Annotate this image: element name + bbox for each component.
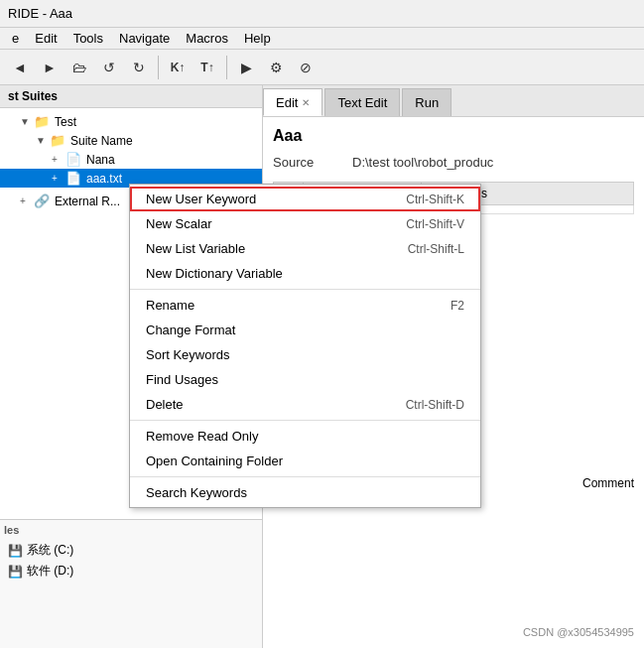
panel-header: st Suites — [0, 85, 262, 108]
tree-item-test[interactable]: ▼ 📁 Test — [0, 112, 262, 131]
toolbar-sep1 — [158, 56, 159, 79]
content-title: Aaa — [273, 127, 634, 145]
toolbar-redo[interactable]: ↻ — [125, 54, 153, 81]
ctx-delete[interactable]: Delete Ctrl-Shift-D — [130, 392, 480, 417]
watermark: CSDN @x3054534995 — [523, 626, 634, 638]
ctx-remove-readonly-label: Remove Read Only — [146, 429, 258, 444]
tree-label-aaa: aaa.txt — [86, 172, 122, 186]
menu-help[interactable]: Help — [236, 29, 279, 48]
ctx-new-user-keyword-shortcut: Ctrl-Shift-K — [406, 193, 464, 206]
drive-d[interactable]: 💾 软件 (D:) — [4, 561, 258, 582]
ctx-sep2 — [130, 420, 480, 421]
ctx-sep1 — [130, 289, 480, 290]
expand-aaa[interactable]: + — [52, 173, 65, 184]
tabs-bar: Edit ✕ Text Edit Run — [263, 85, 644, 117]
ctx-open-folder[interactable]: Open Containing Folder — [130, 449, 480, 473]
tree-item-nana[interactable]: + 📄 Nana — [0, 150, 262, 169]
menu-bar: e Edit Tools Navigate Macros Help — [0, 28, 644, 50]
toolbar-forward[interactable]: ► — [36, 54, 64, 81]
tree-item-suite[interactable]: ▼ 📁 Suite Name — [0, 131, 262, 150]
toolbar-stop[interactable]: ⊘ — [292, 54, 320, 81]
bottom-panel: les 💾 系统 (C:) 💾 软件 (D:) — [0, 519, 262, 648]
tree-label-test: Test — [55, 115, 76, 129]
ctx-new-dict-var[interactable]: New Dictionary Variable — [130, 261, 480, 286]
tree-label-nana: Nana — [86, 153, 115, 167]
menu-tools[interactable]: Tools — [65, 29, 111, 48]
menu-edit[interactable]: Edit — [27, 29, 64, 48]
source-value: D:\test tool\robot_produc — [352, 155, 493, 170]
ctx-change-format-label: Change Format — [146, 323, 235, 337]
title-text: RIDE - Aaa — [8, 6, 72, 21]
toolbar-undo[interactable]: ↺ — [95, 54, 123, 81]
tree-label-external: External R... — [55, 194, 120, 208]
drive-c[interactable]: 💾 系统 (C:) — [4, 540, 258, 561]
ctx-new-user-keyword[interactable]: New User Keyword Ctrl-Shift-K — [130, 187, 480, 211]
ctx-rename[interactable]: Rename F2 — [130, 293, 480, 318]
ctx-remove-readonly[interactable]: Remove Read Only — [130, 424, 480, 449]
ctx-new-list-var-label: New List Variable — [146, 241, 245, 256]
expand-external[interactable]: + — [20, 195, 34, 206]
toolbar-settings[interactable]: ⚙ — [262, 54, 290, 81]
menu-e[interactable]: e — [4, 29, 27, 48]
toolbar-t[interactable]: T↑ — [193, 54, 221, 81]
ctx-new-scalar-shortcut: Ctrl-Shift-V — [406, 217, 464, 231]
ctx-search-keywords[interactable]: Search Keywords — [130, 480, 480, 505]
tab-textedit-label: Text Edit — [337, 95, 387, 110]
ctx-delete-shortcut: Ctrl-Shift-D — [406, 398, 464, 412]
menu-navigate[interactable]: Navigate — [111, 29, 178, 48]
toolbar-back[interactable]: ◄ — [6, 54, 34, 81]
tab-edit[interactable]: Edit ✕ — [263, 88, 322, 116]
ctx-new-scalar[interactable]: New Scalar Ctrl-Shift-V — [130, 211, 480, 236]
ctx-new-user-keyword-label: New User Keyword — [146, 192, 256, 206]
folder-icon-suite: 📁 — [50, 133, 67, 148]
tree-label-suite: Suite Name — [70, 134, 133, 148]
ctx-sort-keywords[interactable]: Sort Keywords — [130, 342, 480, 367]
toolbar-sep2 — [226, 56, 227, 79]
ctx-sort-keywords-label: Sort Keywords — [146, 347, 230, 362]
ctx-rename-shortcut: F2 — [451, 299, 464, 313]
expand-suite[interactable]: ▼ — [36, 135, 50, 146]
ctx-delete-label: Delete — [146, 397, 184, 412]
folder-icon-test: 📁 — [34, 114, 52, 129]
menu-macros[interactable]: Macros — [178, 29, 236, 48]
tab-run[interactable]: Run — [402, 88, 451, 116]
ctx-find-usages[interactable]: Find Usages — [130, 367, 480, 392]
ctx-search-keywords-label: Search Keywords — [146, 485, 247, 500]
source-row: Source D:\test tool\robot_produc — [273, 155, 634, 170]
toolbar-run[interactable]: ▶ — [232, 54, 260, 81]
toolbar: ◄ ► 🗁 ↺ ↻ K↑ T↑ ▶ ⚙ ⊘ — [0, 50, 644, 85]
tab-run-label: Run — [415, 95, 439, 110]
tab-edit-label: Edit — [276, 95, 298, 110]
file-icon-aaa: 📄 — [65, 171, 83, 186]
ctx-new-scalar-label: New Scalar — [146, 216, 211, 231]
title-bar: RIDE - Aaa — [0, 0, 644, 28]
ctx-rename-label: Rename — [146, 298, 194, 313]
drive-d-icon: 💾 — [8, 565, 23, 579]
drive-c-label: 系统 (C:) — [27, 542, 73, 559]
ctx-find-usages-label: Find Usages — [146, 372, 218, 387]
ctx-new-dict-var-label: New Dictionary Variable — [146, 266, 283, 281]
ctx-change-format[interactable]: Change Format — [130, 318, 480, 342]
tab-textedit[interactable]: Text Edit — [324, 88, 400, 116]
ctx-sep3 — [130, 476, 480, 477]
expand-nana[interactable]: + — [52, 154, 65, 165]
bottom-title: les — [4, 524, 258, 536]
toolbar-open[interactable]: 🗁 — [65, 54, 93, 81]
file-icon-nana: 📄 — [65, 152, 83, 167]
comment-label: Comment — [582, 476, 634, 490]
drive-c-icon: 💾 — [8, 544, 23, 558]
expand-test[interactable]: ▼ — [20, 116, 34, 127]
source-label: Source — [273, 155, 352, 170]
ctx-open-folder-label: Open Containing Folder — [146, 454, 283, 468]
tab-edit-close[interactable]: ✕ — [302, 97, 310, 108]
toolbar-k[interactable]: K↑ — [164, 54, 192, 81]
context-menu: New User Keyword Ctrl-Shift-K New Scalar… — [129, 184, 481, 508]
drive-d-label: 软件 (D:) — [27, 563, 73, 580]
ctx-new-list-var-shortcut: Ctrl-Shift-L — [408, 242, 464, 256]
ctx-new-list-var[interactable]: New List Variable Ctrl-Shift-L — [130, 236, 480, 261]
ext-icon: 🔗 — [34, 194, 52, 208]
